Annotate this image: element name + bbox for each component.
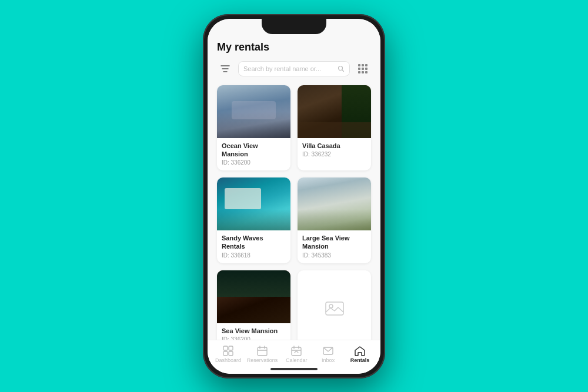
phone-shell: My rentals Search by rental name or...	[203, 14, 385, 378]
svg-point-6	[329, 304, 333, 308]
nav-label-reservations: Reservations	[247, 357, 278, 363]
filter-icon[interactable]	[217, 61, 233, 77]
svg-rect-8	[229, 346, 233, 350]
app-screen: My rentals Search by rental name or...	[208, 19, 380, 374]
nav-item-reservations[interactable]: Reservations	[247, 346, 278, 363]
svg-rect-11	[258, 347, 267, 356]
home-indicator	[270, 368, 318, 370]
rental-name-sandy-waves: Sandy Waves Rentals	[222, 234, 286, 251]
rental-info-large-sea-view: Large Sea View Mansion ID: 345383	[298, 230, 371, 263]
svg-rect-9	[223, 351, 228, 356]
nav-label-dashboard: Dashboard	[215, 357, 241, 363]
nav-item-rentals[interactable]: Rentals	[347, 346, 373, 363]
rental-image-fifth	[217, 270, 290, 323]
rental-info-villa-casada: Villa Casada ID: 336232	[298, 138, 371, 162]
svg-line-4	[342, 69, 344, 71]
rental-name-fifth: Sea View Mansion	[222, 327, 286, 335]
svg-rect-10	[229, 351, 233, 356]
rental-name-villa-casada: Villa Casada	[302, 142, 366, 150]
calendar-icon	[291, 346, 302, 356]
rental-image-large-sea-view	[298, 177, 371, 230]
rentals-home-icon	[355, 346, 365, 356]
rental-card-sandy-waves[interactable]: Sandy Waves Rentals ID: 336618	[217, 177, 290, 263]
page-title: My rentals	[217, 41, 371, 53]
scroll-content[interactable]: My rentals Search by rental name or...	[208, 19, 380, 340]
rental-card-large-sea-view[interactable]: Large Sea View Mansion ID: 345383	[298, 177, 371, 263]
rental-image-villa-casada	[298, 85, 371, 138]
phone-screen-container: My rentals Search by rental name or...	[208, 19, 380, 374]
nav-label-inbox: Inbox	[322, 357, 335, 363]
reservations-icon	[257, 346, 268, 356]
search-bar[interactable]: Search by rental name or...	[238, 61, 350, 76]
rental-card-fifth[interactable]: Sea View Mansion ID: 336200	[217, 270, 290, 340]
search-row: Search by rental name or...	[217, 61, 371, 77]
rental-id-villa-casada: ID: 336232	[302, 151, 366, 158]
phone-frame: My rentals Search by rental name or...	[203, 14, 385, 378]
inbox-icon	[323, 346, 333, 356]
rental-image-ocean-view	[217, 85, 290, 138]
no-image-icon	[325, 282, 344, 335]
rental-image-sandy-waves	[217, 177, 290, 230]
grid-toggle-icon[interactable]	[355, 61, 371, 77]
rental-card-ocean-view[interactable]: Ocean View Mansion ID: 336200	[217, 85, 290, 171]
rental-id-ocean-view: ID: 336200	[222, 159, 286, 166]
rental-card-villa-casada[interactable]: Villa Casada ID: 336232	[298, 85, 371, 171]
phone-notch	[262, 19, 326, 34]
rental-info-sandy-waves: Sandy Waves Rentals ID: 336618	[217, 230, 290, 263]
nav-item-inbox[interactable]: Inbox	[315, 346, 341, 363]
rental-id-sandy-waves: ID: 336618	[222, 252, 286, 259]
rental-card-no-image[interactable]	[298, 270, 371, 340]
nav-item-dashboard[interactable]: Dashboard	[215, 346, 241, 363]
rental-id-large-sea-view: ID: 345383	[302, 252, 366, 259]
rental-name-large-sea-view: Large Sea View Mansion	[302, 234, 366, 251]
rental-info-ocean-view: Ocean View Mansion ID: 336200	[217, 138, 290, 171]
nav-label-calendar: Calendar	[286, 357, 308, 363]
search-placeholder: Search by rental name or...	[243, 65, 334, 72]
svg-rect-5	[326, 302, 343, 315]
svg-rect-7	[223, 346, 228, 350]
search-icon	[338, 65, 345, 72]
nav-label-rentals: Rentals	[350, 357, 370, 363]
svg-rect-15	[292, 347, 301, 356]
dashboard-icon	[223, 346, 233, 356]
rental-info-fifth: Sea View Mansion ID: 336200	[217, 323, 290, 340]
rentals-grid: Ocean View Mansion ID: 336200 Villa Casa…	[217, 85, 371, 340]
rental-name-ocean-view: Ocean View Mansion	[222, 142, 286, 159]
nav-item-calendar[interactable]: Calendar	[283, 346, 309, 363]
